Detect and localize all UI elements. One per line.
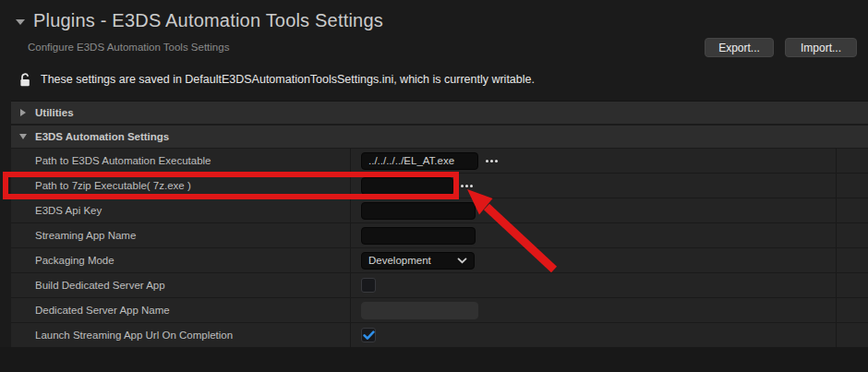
setting-row-build-dedicated-server-app: Build Dedicated Server App <box>11 273 868 298</box>
setting-label: Launch Streaming App Url On Completion <box>11 323 351 347</box>
e3ds-api-key-input[interactable] <box>361 202 476 220</box>
packaging-mode-dropdown[interactable]: Development <box>361 252 475 270</box>
setting-row-e3ds-api-key: E3DS Api Key <box>11 198 868 223</box>
e3ds-automation-executable-input[interactable] <box>361 152 478 170</box>
build-dedicated-server-app-checkbox[interactable] <box>361 278 376 293</box>
unlock-icon <box>18 72 31 87</box>
ellipsis-icon <box>461 185 464 187</box>
setting-row-dedicated-server-app-name: Dedicated Server App Name <box>11 298 868 323</box>
config-file-notice-text: These settings are saved in DefaultE3DSA… <box>41 73 535 86</box>
setting-label: E3DS Api Key <box>11 198 351 222</box>
section-header-e3ds-automation-settings[interactable]: E3DS Automation Settings <box>11 126 868 148</box>
project-settings-window: Plugins - E3DS Automation Tools Settings… <box>0 0 868 372</box>
import-button-label: Import... <box>801 42 841 54</box>
ellipsis-icon <box>486 160 488 162</box>
setting-row-streaming-app-name: Streaming App Name <box>11 223 868 248</box>
browse-ellipsis-button[interactable] <box>486 156 500 165</box>
export-button-label: Export... <box>718 42 760 54</box>
export-button[interactable]: Export... <box>705 38 774 57</box>
setting-row-packaging-mode: Packaging Mode Development <box>11 248 868 273</box>
streaming-app-name-input[interactable] <box>361 227 476 245</box>
packaging-mode-selected-value: Development <box>368 255 431 266</box>
dedicated-server-app-name-input <box>361 302 478 319</box>
page-title: Plugins - E3DS Automation Tools Settings <box>33 10 383 31</box>
setting-row-launch-streaming-app-url-on-completion: Launch Streaming App Url On Completion <box>11 323 868 348</box>
settings-panel: Utilities E3DS Automation Settings Path … <box>0 101 868 348</box>
setting-label: Packaging Mode <box>11 248 351 272</box>
caret-down-icon <box>19 134 27 139</box>
panel-footer <box>0 347 868 372</box>
setting-label: Build Dedicated Server App <box>11 273 351 297</box>
caret-right-icon <box>20 109 26 116</box>
section-label: E3DS Automation Settings <box>35 131 169 142</box>
config-file-notice: These settings are saved in DefaultE3DSA… <box>18 68 868 90</box>
setting-row-path-to-e3ds-automation-executable: Path to E3DS Automation Executable <box>11 149 868 174</box>
chevron-down-icon <box>457 258 467 264</box>
browse-ellipsis-button[interactable] <box>461 181 476 190</box>
setting-row-path-to-7zip-executable: Path to 7zip Executable( 7z.exe ) <box>11 174 868 198</box>
section-label: Utilities <box>35 107 74 118</box>
setting-label: Streaming App Name <box>11 223 351 247</box>
setting-label: Dedicated Server App Name <box>11 298 351 322</box>
title-caret-down-icon[interactable] <box>16 19 25 25</box>
import-button[interactable]: Import... <box>785 38 857 57</box>
section-header-utilities[interactable]: Utilities <box>11 101 868 124</box>
setting-label: Path to 7zip Executable( 7z.exe ) <box>11 174 351 198</box>
setting-label: Path to E3DS Automation Executable <box>11 149 351 173</box>
page-subtitle: Configure E3DS Automation Tools Settings <box>28 42 229 53</box>
launch-streaming-app-url-checkbox[interactable] <box>361 328 376 342</box>
check-icon <box>363 330 375 341</box>
7zip-executable-input[interactable] <box>361 177 453 195</box>
